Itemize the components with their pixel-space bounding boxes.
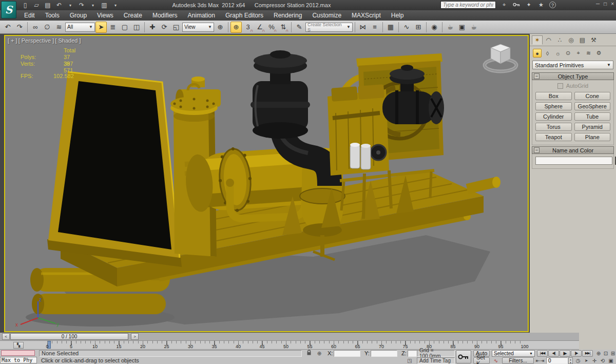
menu-rendering[interactable]: Rendering (269, 11, 306, 20)
object-name-input[interactable] (535, 157, 612, 165)
align-icon[interactable]: ≡ (369, 22, 380, 33)
reference-coordinate-dropdown[interactable]: View▼ (182, 23, 214, 32)
key-filter-dropdown[interactable]: Selected▼ (492, 350, 535, 357)
selection-filter-dropdown[interactable]: All▼ (65, 23, 95, 32)
mirror-icon[interactable]: ⋈ (357, 22, 369, 33)
qat-dropdown-icon[interactable]: ▾ (111, 1, 120, 9)
selection-lock-icon[interactable] (306, 350, 312, 357)
plane-button[interactable]: Plane (574, 133, 611, 141)
menu-help[interactable]: Help (387, 11, 409, 20)
tab-motion[interactable]: ◎ (566, 35, 576, 45)
time-tag-icon[interactable]: ◳ (406, 357, 414, 364)
category-systems-icon[interactable]: ⚙ (594, 49, 603, 58)
menu-edit[interactable]: Edit (20, 11, 40, 20)
previous-frame-button[interactable]: ◀|| (548, 350, 559, 357)
close-button[interactable]: × (611, 1, 614, 7)
search-icon[interactable]: ⌖ (500, 2, 508, 8)
key-filters-button[interactable]: Filters... (502, 357, 534, 364)
zoom-extents-all-icon[interactable]: ⊞ (609, 350, 616, 357)
teapot-button[interactable]: Teapot (535, 133, 572, 141)
viewport-3d-model[interactable] (5, 36, 528, 331)
tab-modify[interactable]: ◠ (543, 35, 554, 45)
render-production-icon[interactable]: ☕ (468, 22, 479, 33)
autogrid-checkbox[interactable] (557, 83, 563, 89)
new-file-icon[interactable]: ▯ (21, 1, 30, 9)
select-by-name-icon[interactable]: ≣ (107, 22, 119, 33)
help-icon[interactable]: ? (549, 2, 556, 8)
infocenter-search-input[interactable] (440, 1, 496, 9)
curve-editor-icon[interactable]: ∿ (401, 22, 412, 33)
select-cursor-icon[interactable]: ➤ (582, 357, 590, 364)
redo-dropdown-icon[interactable]: ▾ (88, 1, 98, 9)
next-frame-button[interactable]: ||▶ (571, 350, 582, 357)
menu-create[interactable]: Create (119, 11, 147, 20)
x-coord-input[interactable] (334, 350, 360, 357)
save-file-icon[interactable]: ▤ (43, 1, 52, 9)
select-and-link-icon[interactable]: ∞ (30, 22, 41, 33)
spinner-snap-icon[interactable]: ⇅∩ (278, 22, 289, 33)
select-and-rotate-icon[interactable]: ⟳ (159, 22, 170, 33)
communication-center-icon[interactable]: ✦ (525, 2, 533, 8)
favorites-star-icon[interactable]: ★ (537, 2, 545, 8)
redo-icon[interactable]: ↷ (77, 1, 86, 9)
time-configuration-icon[interactable]: ◷ (574, 357, 582, 364)
render-setup-icon[interactable]: ☕ (445, 22, 456, 33)
y-coord-input[interactable] (371, 350, 397, 357)
category-cameras-icon[interactable]: ⊙ (564, 49, 572, 58)
name-color-rollout-header[interactable]: − Name and Color (532, 146, 614, 154)
previous-frame-arrow[interactable]: < (2, 333, 10, 340)
rectangular-selection-region-icon[interactable]: ▢ (119, 22, 130, 33)
go-to-start-button[interactable]: |◀◀ (537, 350, 548, 357)
sphere-button[interactable]: Sphere (535, 102, 572, 110)
cone-button[interactable]: Cone (574, 92, 611, 100)
category-shapes-icon[interactable]: ◊ (543, 49, 552, 58)
menu-animation[interactable]: Animation (183, 11, 220, 20)
key-mode-toggle-icon[interactable]: ⇤⇥ (536, 357, 544, 364)
add-time-tag-field[interactable]: Add Time Tag (417, 357, 455, 364)
perspective-viewport[interactable]: [ + ] [ Perspective ] [ Shaded ] Total P… (4, 35, 529, 332)
restore-button[interactable]: □ (604, 1, 607, 7)
material-editor-icon[interactable]: ◉ (429, 22, 440, 33)
named-selection-sets-dropdown[interactable]: Create Selection S▼ (305, 23, 353, 32)
minimize-button[interactable]: ─ (596, 1, 600, 7)
undo-icon[interactable]: ↶ (54, 1, 64, 9)
max-logo-button[interactable]: S (1, 1, 16, 18)
current-frame-input[interactable] (546, 357, 568, 364)
geosphere-button[interactable]: GeoSphere (574, 102, 611, 110)
menu-graph-editors[interactable]: Graph Editors (221, 11, 268, 20)
menu-modifiers[interactable]: Modifiers (148, 11, 182, 20)
pyramid-button[interactable]: Pyramid (574, 123, 611, 131)
undo-button[interactable]: ↶ (2, 22, 13, 33)
select-object-button[interactable]: ➤ (95, 22, 107, 33)
select-and-move-icon[interactable]: ✚ (147, 22, 158, 33)
category-geometry-icon[interactable]: ● (533, 49, 542, 58)
schematic-view-icon[interactable]: ⊞ (413, 22, 424, 33)
redo-button[interactable]: ↷ (14, 22, 25, 33)
category-helpers-icon[interactable]: ⌖ (574, 49, 583, 58)
maxscript-mini-listener[interactable]: Max to Phy (0, 357, 37, 363)
cylinder-button[interactable]: Cylinder (535, 112, 572, 121)
bind-to-space-warp-icon[interactable]: ≋ (53, 22, 65, 33)
category-spacewarps-icon[interactable]: ≋ (584, 49, 593, 58)
angle-snap-icon[interactable]: ∠∩ (254, 22, 265, 33)
window-crossing-icon[interactable]: ◫ (131, 22, 142, 33)
pan-view-icon[interactable]: ✛ (590, 357, 599, 364)
play-button[interactable]: ▶ (560, 350, 570, 357)
go-to-end-button[interactable]: ▶▶| (582, 350, 593, 357)
track-bar[interactable]: ▚ 0 5 10 15 20 25 30 35 40 45 50 55 60 6… (0, 341, 579, 350)
use-pivot-point-icon[interactable]: ⊕ (215, 22, 226, 33)
view-cube[interactable] (479, 40, 522, 74)
project-folder-icon[interactable]: ▥ (100, 1, 109, 9)
menu-group[interactable]: Group (65, 11, 91, 20)
tab-hierarchy[interactable]: ∴ (554, 35, 565, 45)
tab-utilities[interactable]: ⚒ (588, 35, 599, 45)
new-key-curve-icon[interactable]: ∿ (492, 357, 500, 364)
maximize-viewport-icon[interactable]: ▣ (607, 357, 615, 364)
frame-spinner[interactable]: ▴▾ (568, 357, 573, 364)
snaps-toggle-3d-icon[interactable]: 3∩ (242, 22, 254, 33)
layer-manager-icon[interactable]: ▦ (385, 22, 396, 33)
undo-dropdown-icon[interactable]: ▾ (66, 1, 75, 9)
percent-snap-icon[interactable]: %∩ (266, 22, 277, 33)
sign-in-key-icon[interactable] (512, 2, 521, 8)
rendered-frame-window-icon[interactable]: ▣ (456, 22, 468, 33)
